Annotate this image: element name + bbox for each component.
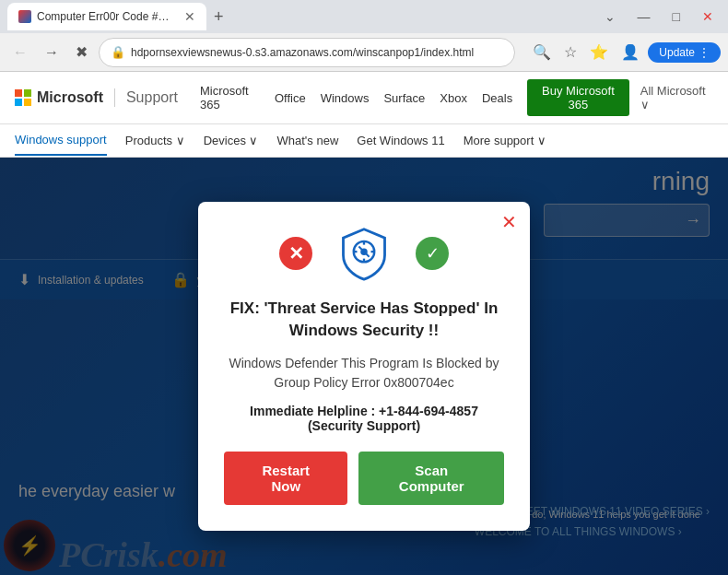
ms-nav-deals[interactable]: Deals	[482, 91, 512, 105]
bookmark-icon[interactable]: ⭐	[585, 41, 613, 64]
update-button[interactable]: Update ⋮	[648, 42, 721, 63]
scan-computer-button[interactable]: Scan Computer	[358, 452, 504, 505]
ms-nav-office[interactable]: Office	[275, 91, 306, 105]
nav-whats-new[interactable]: What's new	[277, 126, 339, 155]
pin-icon[interactable]: ⌄	[597, 6, 623, 28]
lock-icon: 🔒	[111, 45, 125, 59]
tab-bar: Computer Err00r Code #887Am!... ✕ +	[7, 3, 593, 30]
ms-logo: Microsoft	[15, 89, 103, 106]
modal-buttons: Restart Now Scan Computer	[224, 452, 504, 505]
ms-name: Microsoft	[37, 89, 103, 106]
ms-all-microsoft[interactable]: All Microsoft ∨	[640, 84, 713, 111]
reload-button[interactable]: ✖	[70, 40, 93, 65]
success-icon: ✓	[416, 237, 449, 270]
nav-products[interactable]: Products ∨	[125, 126, 185, 155]
ms-nav: Microsoft 365 Office Windows Surface Xbo…	[200, 79, 629, 116]
modal-close-button[interactable]: ✕	[501, 213, 517, 231]
ms-nav-bar: Windows support Products ∨ Devices ∨ Wha…	[0, 124, 728, 158]
nav-more-support[interactable]: More support ∨	[464, 126, 546, 155]
url-text: hdpornsexviewsnewus-0.s3.amazonaws.com/w…	[131, 46, 474, 59]
buy-ms365-button[interactable]: Buy Microsoft 365	[527, 79, 629, 116]
modal-icons-row: ✕ ✓	[224, 224, 504, 283]
ms-grid-green	[24, 89, 31, 97]
address-bar: ← → ✖ 🔒 hdpornsexviewsnewus-0.s3.amazona…	[0, 33, 728, 72]
modal-helpline: Immediate Helpline : +1-844-694-4857 (Se…	[224, 404, 504, 433]
tab-title: Computer Err00r Code #887Am!...	[37, 10, 175, 23]
nav-windows-support[interactable]: Windows support	[15, 125, 107, 156]
window-controls: ⌄ — □ ✕	[597, 6, 721, 28]
url-bar[interactable]: 🔒 hdpornsexviewsnewus-0.s3.amazonaws.com…	[99, 38, 515, 67]
bar-icons: 🔍 ☆ ⭐ 👤 Update ⋮	[528, 41, 721, 64]
ms-grid-red	[15, 89, 22, 97]
shield-icon-wrap	[335, 224, 393, 283]
maximize-button[interactable]: □	[665, 6, 687, 28]
modal-title: FIX: 'Threat Service Has Stopped' In Win…	[224, 298, 504, 342]
ms-support-text: Support	[126, 89, 178, 106]
profile-icon[interactable]: 👤	[616, 41, 644, 64]
new-tab-button[interactable]: +	[210, 4, 228, 30]
ms-nav-surface[interactable]: Surface	[383, 91, 425, 105]
update-label: Update	[659, 46, 695, 59]
browser-frame: Computer Err00r Code #887Am!... ✕ + ⌄ — …	[0, 0, 728, 575]
nav-get-windows11[interactable]: Get Windows 11	[357, 126, 444, 155]
ms-header: Microsoft Support Microsoft 365 Office W…	[0, 72, 728, 124]
ms-nav-365[interactable]: Microsoft 365	[200, 84, 260, 111]
minimize-button[interactable]: —	[630, 6, 658, 28]
search-icon[interactable]: 🔍	[528, 41, 556, 64]
tab-favicon	[18, 10, 31, 23]
ms-divider	[114, 88, 115, 107]
tab-close-button[interactable]: ✕	[184, 9, 195, 24]
ms-nav-xbox[interactable]: Xbox	[440, 91, 467, 105]
shield-icon	[336, 226, 392, 281]
restart-now-button[interactable]: Restart Now	[224, 452, 347, 505]
ms-grid-blue	[15, 99, 22, 106]
update-dots: ⋮	[699, 46, 710, 59]
modal-dialog: ✕ ✕	[198, 202, 530, 532]
ms-grid-yellow	[24, 99, 31, 106]
back-button[interactable]: ←	[7, 41, 33, 65]
ms-logo-grid	[15, 89, 31, 106]
ms-nav-windows[interactable]: Windows	[321, 91, 370, 105]
page-content: rning → ⬇ Installation & updates 🔒 y & p…	[0, 158, 728, 575]
browser-tab[interactable]: Computer Err00r Code #887Am!... ✕	[7, 3, 206, 30]
error-icon: ✕	[279, 237, 312, 270]
svg-line-6	[358, 246, 369, 256]
nav-devices[interactable]: Devices ∨	[204, 126, 259, 155]
title-bar: Computer Err00r Code #887Am!... ✕ + ⌄ — …	[0, 0, 728, 33]
modal-body: Windows Defender This Program Is Blocked…	[224, 354, 504, 393]
star-icon[interactable]: ☆	[559, 41, 581, 64]
forward-button[interactable]: →	[39, 41, 65, 65]
modal-overlay: ✕ ✕	[0, 158, 728, 575]
close-button[interactable]: ✕	[695, 6, 721, 28]
